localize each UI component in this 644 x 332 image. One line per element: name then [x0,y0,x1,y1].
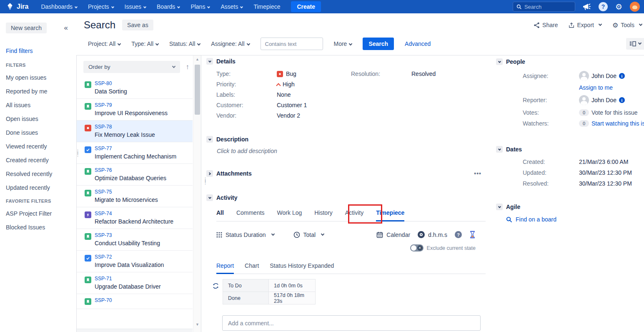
save-as-button[interactable]: Save as [122,20,153,30]
list-item[interactable]: SSP-71Upgrade Database Driver [77,272,193,294]
sidebar-item-reported-by-me[interactable]: Reported by me [6,88,70,95]
tools-button[interactable]: ⚙ Tools [612,21,642,29]
collapse-section-icon[interactable] [206,58,213,65]
issue-key[interactable]: SSP-77 [95,146,176,151]
create-button[interactable]: Create [291,1,321,12]
subtab-chart[interactable]: Chart [245,262,259,274]
view-switch-button[interactable] [626,38,644,50]
list-scrollbar[interactable]: ▲ ▼ [193,55,201,332]
total-dropdown[interactable]: Total [293,231,324,238]
issue-key[interactable]: SSP-71 [95,276,161,282]
tab-activity[interactable]: Activity [345,209,363,221]
list-item[interactable]: SSP-73Conduct Usability Testing [77,229,193,251]
nav-assets[interactable]: Assets [221,3,243,10]
list-item[interactable]: SSP-80Data Sorting [77,77,193,99]
export-button[interactable]: Export [569,22,601,28]
help-icon[interactable]: ? [455,231,462,238]
attachments-more-icon[interactable]: ••• [474,170,481,177]
tab-history[interactable]: History [314,209,333,221]
tab-comments[interactable]: Comments [236,209,265,221]
reporter-avatar[interactable] [579,95,589,105]
tab-work-log[interactable]: Work Log [277,209,302,221]
sidebar-item-done-issues[interactable]: Done issues [6,129,70,136]
assign-to-me-link[interactable]: Assign to me [579,84,613,91]
sidebar-item-open-issues[interactable]: Open issues [6,116,70,122]
list-item[interactable]: SSP-72Improve Data Visualization [77,251,193,272]
issue-key[interactable]: SSP-76 [95,167,166,173]
find-on-board-link[interactable]: Find on a board [516,216,556,223]
reporter-name[interactable]: John Doe [591,97,616,103]
sidebar-item-viewed-recently[interactable]: Viewed recently [6,143,70,150]
refresh-icon[interactable] [212,282,219,291]
issue-key[interactable]: SSP-73 [95,232,160,238]
collapse-section-icon[interactable] [496,58,503,65]
filter-project-dropdown[interactable]: Project: All [88,40,120,47]
list-item[interactable]: SSP-76Optimize Database Queries [77,164,193,186]
assignee-name[interactable]: John Doe [591,73,616,79]
hourglass-icon[interactable] [469,231,476,239]
search-button[interactable]: Search [363,38,394,50]
nav-plans[interactable]: Plans [190,3,210,10]
filter-more-dropdown[interactable]: More [334,40,352,47]
dhms-format-button[interactable]: d.h.m.s [418,231,447,238]
scrollbar-thumb[interactable] [195,65,200,115]
scroll-up-icon[interactable]: ▲ [193,55,201,63]
advanced-search-link[interactable]: Advanced [405,40,431,47]
collapse-section-icon[interactable] [206,136,213,143]
collapse-section-icon[interactable] [496,204,503,210]
settings-gear-icon[interactable]: ⚙ [615,3,622,11]
global-search[interactable] [513,2,575,12]
issue-key[interactable]: SSP-80 [95,80,127,86]
list-item[interactable]: SSP-75Migrate to Microservices [77,186,193,207]
info-icon[interactable]: i [619,97,625,103]
nav-issues[interactable]: Issues [125,3,146,10]
find-filters-link[interactable]: Find filters [6,48,70,54]
sidebar-item-created-recently[interactable]: Created recently [6,157,70,163]
sidebar-item-asp-project-filter[interactable]: ASP Project Filter [6,210,70,217]
help-icon[interactable]: ? [599,2,608,11]
issue-key[interactable]: SSP-75 [95,189,158,195]
sidebar-item-blocked-issues[interactable]: Blocked Issues [6,224,70,231]
exclude-current-state-toggle[interactable]: ✕ [410,244,423,252]
issue-key[interactable]: SSP-78 [95,124,155,130]
new-search-button[interactable]: New search [6,23,47,33]
add-comment-input[interactable] [222,315,481,331]
user-avatar[interactable] [630,2,640,12]
assignee-avatar[interactable] [579,71,589,81]
list-item[interactable]: SSP-79Improve UI Responsiveness [77,99,193,121]
nav-boards[interactable]: Boards [157,3,180,10]
list-item-selected[interactable]: SSP-78Fix Memory Leak Issue [77,121,193,142]
filter-status-dropdown[interactable]: Status: All [169,40,200,47]
sort-direction-icon[interactable]: ↑ [186,63,190,71]
issue-key[interactable]: SSP-74 [95,211,173,216]
description-placeholder[interactable]: Click to add description [217,148,486,154]
scroll-down-icon[interactable]: ▼ [193,321,201,328]
sidebar-item-all-issues[interactable]: All issues [6,102,70,108]
issue-key[interactable]: SSP-79 [95,102,168,108]
sidebar-item-updated-recently[interactable]: Updated recently [6,184,70,191]
list-item[interactable]: SSP-70 [77,294,193,309]
sidebar-item-my-open-issues[interactable]: My open issues [6,74,70,81]
subtab-report[interactable]: Report [216,262,234,274]
announcements-icon[interactable] [583,3,591,10]
expand-section-icon[interactable] [206,170,213,177]
contains-text-input[interactable] [261,38,323,50]
list-item[interactable]: SSP-77Implement Caching Mechanism [77,142,193,164]
nav-timepiece[interactable]: Timepiece [253,3,280,10]
global-search-input[interactable] [524,4,570,10]
vote-link[interactable]: Vote for this issue [591,109,638,116]
collapse-section-icon[interactable] [206,194,213,201]
tab-timepiece[interactable]: Timepiece [376,209,404,221]
sidebar-item-resolved-recently[interactable]: Resolved recently [6,171,70,177]
status-duration-dropdown[interactable]: Status Duration [216,231,274,238]
filter-assignee-dropdown[interactable]: Assignee: All [211,40,249,47]
order-by-dropdown[interactable]: Order by [83,61,180,73]
subtab-status-history-expanded[interactable]: Status History Expanded [270,262,334,274]
list-item[interactable]: SSP-74Refactor Backend Architecture [77,207,193,229]
calendar-button[interactable]: Calendar [376,231,410,238]
nav-projects[interactable]: Projects [88,3,114,10]
collapse-section-icon[interactable] [496,146,503,153]
filter-type-dropdown[interactable]: Type: All [131,40,158,47]
start-watching-link[interactable]: Start watching this issue [591,120,644,127]
info-icon[interactable]: i [619,73,625,79]
